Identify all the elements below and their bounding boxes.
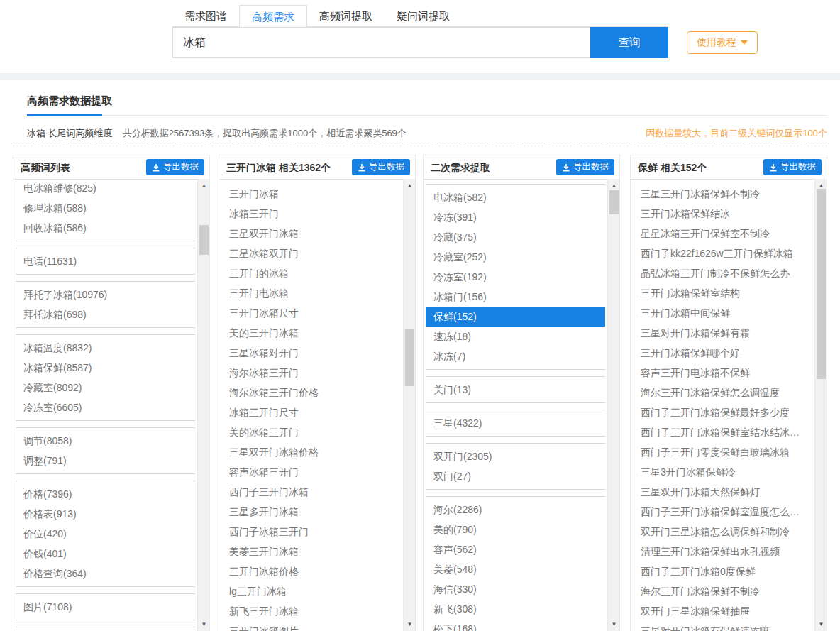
list-item[interactable]: 冰箱三开门尺寸 <box>221 402 401 422</box>
scroll-up-icon[interactable]: ▲ <box>198 180 210 190</box>
list-item[interactable]: 三星多开门冰箱 <box>221 502 401 522</box>
list-item[interactable]: 冰箱保鲜(8587) <box>16 358 195 378</box>
list-item[interactable]: 三开门冰箱保鲜室结构 <box>633 283 812 303</box>
list-item[interactable]: lg三开门冰箱 <box>221 581 401 601</box>
list-item[interactable]: 西门子三开门冰箱 <box>221 482 401 502</box>
list-item[interactable]: 三开门冰箱保鲜哪个好 <box>633 343 812 363</box>
list-item[interactable]: 三开门冰箱 <box>221 184 401 204</box>
scrollbar-thumb[interactable] <box>199 225 209 255</box>
list-item[interactable]: 图片(7108) <box>16 597 195 617</box>
list-item[interactable]: 西门子冰箱三开门 <box>221 522 401 542</box>
list-item[interactable]: 容声三开门电冰箱不保鲜 <box>633 363 812 383</box>
list-item[interactable]: 价格(7396) <box>16 484 195 504</box>
list-item[interactable]: 三星冰箱双开门 <box>221 243 401 263</box>
scrollbar[interactable]: ▲ ▼ <box>814 179 827 631</box>
list-item[interactable]: 星星冰箱三开门保鲜室不制冷 <box>633 224 812 243</box>
list-item[interactable]: 回收冰箱(586) <box>16 218 195 238</box>
list-item[interactable]: 三开门冰箱图片 <box>221 621 401 631</box>
list-item[interactable]: 双开门三星冰箱保鲜抽屉 <box>633 601 812 621</box>
search-button[interactable]: 查询 <box>590 27 668 58</box>
search-input[interactable] <box>173 28 590 57</box>
list-item[interactable]: 清理三开门冰箱保鲜出水孔视频 <box>633 542 812 561</box>
list-item[interactable]: 调整(791) <box>16 451 195 471</box>
tab-high-frequency-demand[interactable]: 高频需求 <box>239 5 307 27</box>
list-item[interactable]: 双开门(2305) <box>426 446 605 466</box>
list-item[interactable]: 美的冰箱三开门 <box>221 422 401 442</box>
list-item[interactable]: 三开门冰箱中间保鲜 <box>633 303 812 323</box>
list-item[interactable]: 西门子kk22f1626w三开门保鲜冰箱 <box>633 243 812 263</box>
tab-question-words[interactable]: 疑问词提取 <box>385 5 462 27</box>
export-data-button[interactable]: 导出数据 <box>556 159 614 175</box>
scroll-up-icon[interactable]: ▲ <box>608 180 620 190</box>
list-item[interactable]: 海尔三开门冰箱保鲜怎么调温度 <box>633 383 812 402</box>
list-item[interactable]: 海尔冰箱三开门价格 <box>221 383 401 402</box>
list-item[interactable]: 冷冻(391) <box>426 207 605 227</box>
scrollbar-thumb[interactable] <box>405 329 414 386</box>
list-item[interactable]: 冷冻室(192) <box>426 267 605 287</box>
scrollbar[interactable]: ▲ ▼ <box>607 179 619 631</box>
list-item[interactable]: 三星三开门冰箱保鲜不制冷 <box>633 184 812 204</box>
list-item[interactable]: 美菱(548) <box>426 559 605 579</box>
list-item[interactable]: 新飞(308) <box>426 599 605 619</box>
list-item[interactable]: 电冰箱(582) <box>426 187 605 207</box>
list-item[interactable]: 保鲜(152) <box>426 307 605 327</box>
list-item[interactable]: 冷藏室(8092) <box>16 378 195 397</box>
list-item[interactable]: 三星(4322) <box>426 413 605 433</box>
list-item[interactable]: 冰箱温度(8832) <box>16 338 195 358</box>
list-item[interactable]: 三开门冰箱尺寸 <box>221 303 401 323</box>
list-item[interactable]: 调节(8058) <box>16 431 195 451</box>
list-item[interactable]: 西门子三开门冰箱保鲜室温度怎么调... <box>633 502 812 522</box>
list-item[interactable]: 西门子三开门冰箱保鲜室结水结冰怎... <box>633 422 812 442</box>
export-data-button[interactable]: 导出数据 <box>146 159 204 175</box>
list-item[interactable]: 海尔(2286) <box>426 500 605 520</box>
export-data-button[interactable]: 导出数据 <box>763 159 822 175</box>
list-item[interactable]: 双开门三星冰箱怎么调保鲜和制冷 <box>633 522 812 542</box>
list-item[interactable]: 西门子三开门冰箱0度保鲜 <box>633 561 812 581</box>
list-item[interactable]: 海信(330) <box>426 579 605 599</box>
list-item[interactable]: 美菱三开门冰箱 <box>221 542 401 561</box>
scroll-down-icon[interactable]: ▼ <box>608 619 620 629</box>
list-item[interactable]: 三星双开门冰箱价格 <box>221 442 401 462</box>
list-item[interactable]: 价钱(401) <box>16 544 195 564</box>
list-item[interactable]: 三星对开门冰箱有保鲜速冻嘛 <box>633 621 812 631</box>
list-item[interactable]: 价格查询(364) <box>16 564 195 583</box>
list-item[interactable]: 海尔三开门冰箱保鲜不制冷 <box>633 581 812 601</box>
list-item[interactable]: 三星对开门冰箱保鲜有霜 <box>633 323 812 343</box>
list-item[interactable]: 容声(562) <box>426 539 605 559</box>
tutorial-button[interactable]: 使用教程 <box>687 31 758 54</box>
scrollbar-thumb[interactable] <box>817 189 826 379</box>
list-item[interactable]: 三开门冰箱价格 <box>221 561 401 581</box>
list-item[interactable]: 容声冰箱三开门 <box>221 462 401 482</box>
list-item[interactable]: 晶弘冰箱三开门制冷不保鲜怎么办 <box>633 263 812 283</box>
scroll-down-icon[interactable]: ▼ <box>404 619 416 629</box>
list-item[interactable]: 松下(168) <box>426 619 605 631</box>
tab-high-frequency-words[interactable]: 高频词提取 <box>307 5 385 27</box>
list-item[interactable]: 关门(13) <box>426 380 605 400</box>
list-item[interactable]: 速冻(18) <box>426 327 605 346</box>
scroll-down-icon[interactable]: ▼ <box>198 619 210 629</box>
list-item[interactable]: 三星双开门冰箱 <box>221 224 401 243</box>
list-item[interactable]: 美的三开门冰箱 <box>221 323 401 343</box>
list-item[interactable]: 冰箱三开门 <box>221 204 401 224</box>
list-item[interactable]: 三星冰箱对开门 <box>221 343 401 363</box>
list-item[interactable]: 冷冻室(6605) <box>16 397 195 417</box>
scrollbar-thumb[interactable] <box>609 190 619 214</box>
list-item[interactable]: 三开门电冰箱 <box>221 283 401 303</box>
list-item[interactable]: 拜托了冰箱(10976) <box>16 285 195 304</box>
list-item[interactable]: 冷藏(375) <box>426 227 605 247</box>
list-item[interactable]: 新飞三开门冰箱 <box>221 601 401 621</box>
scrollbar[interactable]: ▲ ▼ <box>403 179 415 631</box>
list-item[interactable]: 冷藏室(252) <box>426 247 605 267</box>
list-item[interactable]: 三开门冰箱保鲜结冰 <box>633 204 812 224</box>
list-item[interactable]: 西门子三开门零度保鲜白玻璃冰箱 <box>633 442 812 462</box>
list-item[interactable]: 冰箱门(156) <box>426 287 605 307</box>
list-item[interactable]: 三开门的冰箱 <box>221 263 401 283</box>
list-item[interactable]: 海尔冰箱三开门 <box>221 363 401 383</box>
list-item[interactable]: 三星3开门冰箱保鲜冷 <box>633 462 812 482</box>
tab-demand-map[interactable]: 需求图谱 <box>172 5 239 27</box>
export-data-button[interactable]: 导出数据 <box>352 159 410 175</box>
list-item[interactable]: 西门子三开门冰箱保鲜最好多少度 <box>633 402 812 422</box>
list-item[interactable]: 电冰箱维修(825) <box>16 179 195 198</box>
list-item[interactable]: 三星双开门冰箱天然保鲜灯 <box>633 482 812 502</box>
list-item[interactable]: 冰冻(7) <box>426 346 605 366</box>
